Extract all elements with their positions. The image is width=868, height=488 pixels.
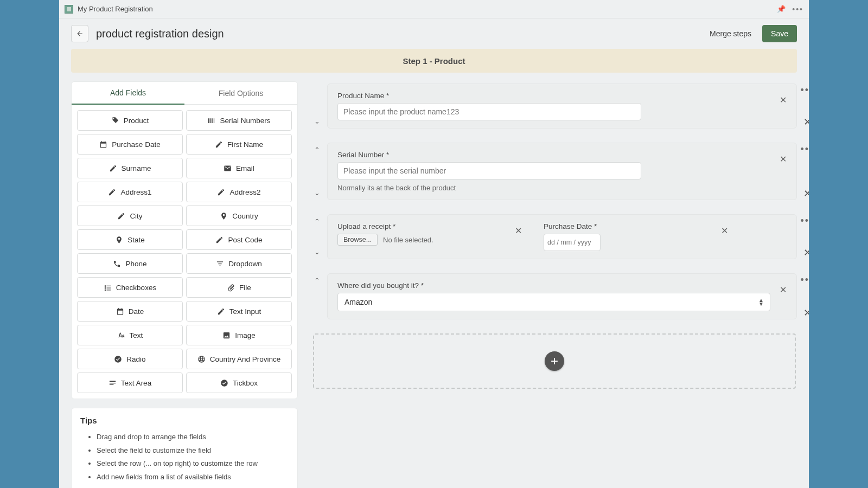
- field-type-label: Image: [235, 331, 256, 339]
- app-title: My Product Registration: [78, 5, 153, 13]
- field-type-image[interactable]: Image: [186, 325, 292, 345]
- field-type-product[interactable]: Product: [77, 110, 183, 131]
- add-row-zone[interactable]: +: [313, 333, 796, 389]
- form-field[interactable]: Upload a receipt *Browse...No file selec…: [337, 222, 522, 251]
- field-type-country-and-province[interactable]: Country And Province: [186, 349, 292, 369]
- field-label: Serial Number *: [337, 151, 770, 159]
- field-type-surname[interactable]: Surname: [77, 158, 183, 178]
- phone-icon: [113, 260, 121, 268]
- row-remove-button[interactable]: ✕: [803, 248, 809, 259]
- back-button[interactable]: [71, 25, 88, 42]
- add-fields-card: Add Fields Field Options ProductSerial N…: [71, 81, 298, 399]
- tips-title: Tips: [80, 416, 289, 425]
- calendar-icon: [116, 307, 124, 316]
- row-remove-button[interactable]: ✕: [803, 308, 809, 319]
- row-move-down[interactable]: ⌄: [314, 117, 322, 125]
- field-type-text-area[interactable]: Text Area: [77, 373, 183, 393]
- pencil-icon: [109, 164, 117, 172]
- row-move-down[interactable]: ⌄: [314, 189, 322, 197]
- row-move-up[interactable]: ⌃: [314, 277, 322, 285]
- row-remove-button[interactable]: ✕: [803, 117, 809, 128]
- merge-steps-button[interactable]: Merge steps: [710, 29, 751, 38]
- browse-button[interactable]: Browse...: [337, 234, 378, 246]
- row-options-button[interactable]: •••: [801, 143, 809, 154]
- row-options-button[interactable]: •••: [801, 215, 809, 226]
- field-type-state[interactable]: State: [77, 229, 183, 250]
- caret-updown-icon: ▲▼: [758, 298, 764, 306]
- checklist-icon: [104, 284, 112, 292]
- field-hint: Normally its at the back of the product: [337, 184, 770, 192]
- date-input[interactable]: [544, 234, 601, 251]
- form-row[interactable]: Product Name *✕•••✕: [327, 84, 797, 129]
- field-remove-button[interactable]: ✕: [780, 285, 787, 295]
- form-row[interactable]: Serial Number *Normally its at the back …: [327, 143, 797, 200]
- appbar-more-icon[interactable]: •••: [792, 5, 803, 14]
- field-type-file[interactable]: File: [186, 277, 292, 298]
- form-row[interactable]: Upload a receipt *Browse...No file selec…: [327, 214, 797, 259]
- pencil-icon: [108, 188, 116, 196]
- field-type-radio[interactable]: Radio: [77, 349, 183, 369]
- field-type-dropdown[interactable]: Dropdown: [186, 253, 292, 274]
- text-input[interactable]: [337, 103, 641, 120]
- field-type-label: Address1: [120, 188, 151, 196]
- field-type-label: Phone: [125, 260, 146, 268]
- field-type-label: Post Code: [228, 236, 262, 244]
- form-row[interactable]: Where did you bought it? *Amazon▲▼✕•••✕: [327, 273, 797, 319]
- row-move-up[interactable]: ⌃: [314, 217, 322, 226]
- field-type-city[interactable]: City: [77, 206, 183, 226]
- form-field[interactable]: Where did you bought it? *Amazon▲▼✕: [337, 281, 787, 311]
- file-status: No file selected.: [383, 236, 433, 244]
- tab-field-options[interactable]: Field Options: [184, 82, 297, 105]
- field-remove-button[interactable]: ✕: [780, 95, 787, 105]
- field-type-label: Checkboxes: [116, 284, 156, 292]
- row-options-button[interactable]: •••: [801, 274, 809, 285]
- field-type-checkboxes[interactable]: Checkboxes: [77, 277, 183, 298]
- field-type-label: File: [239, 284, 251, 292]
- field-label: Upload a receipt *: [337, 222, 506, 230]
- field-type-text-input[interactable]: Text Input: [186, 301, 292, 322]
- field-type-phone[interactable]: Phone: [77, 253, 183, 274]
- form-field[interactable]: Product Name *✕: [337, 92, 787, 120]
- form-field[interactable]: Serial Number *Normally its at the back …: [337, 151, 787, 192]
- field-type-label: First Name: [227, 140, 263, 149]
- field-label: Product Name *: [337, 92, 770, 100]
- field-type-first-name[interactable]: First Name: [186, 134, 292, 155]
- field-type-label: Text Area: [121, 379, 151, 387]
- step-banner: Step 1 - Product: [71, 49, 797, 73]
- select-input[interactable]: Amazon: [337, 293, 770, 311]
- field-type-serial-numbers[interactable]: Serial Numbers: [186, 110, 292, 131]
- save-button[interactable]: Save: [762, 25, 797, 42]
- image-icon: [222, 331, 231, 339]
- tip-item: Drag and drop to arrange the fields: [97, 431, 289, 444]
- field-type-label: Country And Province: [210, 355, 281, 363]
- field-type-post-code[interactable]: Post Code: [186, 229, 292, 250]
- field-type-address2[interactable]: Address2: [186, 182, 292, 202]
- field-type-label: Email: [236, 164, 254, 172]
- field-type-label: Radio: [126, 355, 145, 363]
- pencil-icon: [217, 188, 225, 196]
- field-type-address1[interactable]: Address1: [77, 182, 183, 202]
- tip-item: Select the field to customize the field: [97, 444, 289, 458]
- row-options-button[interactable]: •••: [801, 84, 809, 95]
- tab-add-fields[interactable]: Add Fields: [72, 82, 184, 105]
- field-type-date[interactable]: Date: [77, 301, 183, 322]
- field-remove-button[interactable]: ✕: [721, 226, 728, 236]
- field-type-text[interactable]: Text: [77, 325, 183, 345]
- row-move-down[interactable]: ⌄: [314, 248, 322, 256]
- field-type-tickbox[interactable]: Tickbox: [186, 373, 292, 393]
- row-remove-button[interactable]: ✕: [803, 189, 809, 200]
- field-type-label: Text Input: [229, 307, 261, 316]
- textarea-icon: [108, 379, 117, 387]
- field-type-country[interactable]: Country: [186, 206, 292, 226]
- pencil-icon: [215, 140, 223, 149]
- field-type-purchase-date[interactable]: Purchase Date: [77, 134, 183, 155]
- text-input[interactable]: [337, 162, 641, 179]
- field-remove-button[interactable]: ✕: [515, 226, 522, 236]
- field-label: Where did you bought it? *: [337, 281, 770, 290]
- row-move-up[interactable]: ⌃: [314, 146, 322, 154]
- pin-icon[interactable]: 📌: [777, 5, 786, 13]
- field-type-email[interactable]: Email: [186, 158, 292, 178]
- add-row-button[interactable]: +: [545, 351, 564, 371]
- form-field[interactable]: Purchase Date *✕: [544, 222, 728, 251]
- field-remove-button[interactable]: ✕: [780, 154, 787, 164]
